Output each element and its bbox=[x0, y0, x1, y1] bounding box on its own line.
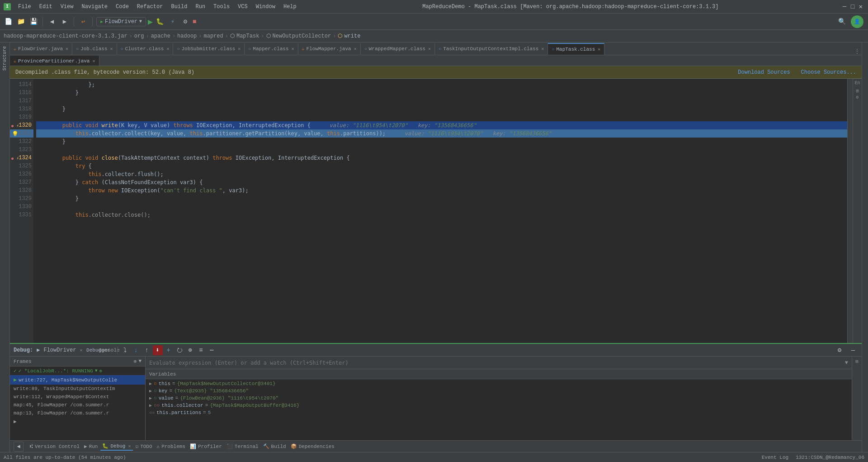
sub-tab-close[interactable]: ✕ bbox=[92, 58, 95, 64]
indent-icon[interactable]: ⊞ bbox=[856, 88, 859, 94]
var-key[interactable]: ▶ ○ key = {Text@2935} "13568436656" bbox=[146, 387, 852, 395]
choose-sources-link[interactable]: Choose Sources... bbox=[801, 69, 856, 76]
frame-item-1[interactable]: ▶ write:727, MapTask$NewOutputColle bbox=[10, 375, 145, 385]
minimize-button[interactable]: ─ bbox=[841, 3, 848, 10]
forward-button[interactable]: ▶ bbox=[59, 16, 70, 27]
tab-flowmapper[interactable]: ☕ FlowMapper.java ✕ bbox=[298, 43, 361, 55]
var-partitions[interactable]: ○○ this.partitions = 5 bbox=[146, 409, 852, 416]
more-debug-btn[interactable]: ⋯ bbox=[207, 345, 217, 355]
tab-job[interactable]: ○ Job.class ✕ bbox=[72, 43, 117, 55]
frame-item-2[interactable]: write:89, TaskInputOutputContextIm bbox=[10, 385, 145, 393]
tab-jobsubmitter[interactable]: ○ JobSubmitter.class ✕ bbox=[173, 43, 245, 55]
restore-breakpoints-btn[interactable]: ⭮ bbox=[175, 345, 184, 355]
open-button[interactable]: 📁 bbox=[15, 16, 26, 27]
frame-item-running[interactable]: ✓ ✓ *LocalJobR...*: RUNNING ▼ ⊕ bbox=[10, 367, 145, 375]
bc-maptask[interactable]: MapTask bbox=[236, 33, 259, 39]
frame-item-3[interactable]: write:112, WrappedMapper$Context bbox=[10, 393, 145, 401]
tab-close-wrappedmapper[interactable]: ✕ bbox=[428, 46, 431, 52]
menu-tools[interactable]: Tools bbox=[210, 3, 233, 11]
run-button[interactable]: ▶ bbox=[148, 17, 153, 27]
var-this[interactable]: ▶ ○ this = {MapTask$NewOutputCollector@3… bbox=[146, 380, 852, 387]
settings-debug-btn[interactable]: ≡ bbox=[196, 345, 206, 355]
eval-expand-icon[interactable]: ▼ bbox=[845, 360, 848, 366]
back-button[interactable]: ◀ bbox=[47, 16, 57, 27]
menu-refactor[interactable]: Refactor bbox=[133, 3, 167, 11]
frames-expand-icon[interactable]: ▼ bbox=[138, 358, 142, 364]
tab-version-control[interactable]: ⑆ Version Control bbox=[28, 443, 81, 450]
debug-close[interactable]: ✕ bbox=[80, 348, 82, 353]
download-sources-link[interactable]: Download Sources bbox=[738, 69, 790, 76]
tab-close-jobsubmitter[interactable]: ✕ bbox=[238, 46, 241, 52]
event-log[interactable]: Event Log bbox=[762, 455, 788, 460]
save-button[interactable]: 💾 bbox=[28, 16, 39, 27]
left-drawer-toggle[interactable]: ◀ bbox=[14, 442, 24, 452]
avatar[interactable]: 👤 bbox=[851, 15, 863, 28]
step-over-btn[interactable]: ⤵ bbox=[120, 345, 130, 355]
tab-maptask[interactable]: ○ MapTask.class ✕ bbox=[548, 43, 604, 55]
sub-tab-provincepartitioner[interactable]: ☕ ProvincePartitioner.java ✕ bbox=[10, 56, 99, 66]
var-value[interactable]: ▶ ○ value = {FlowBean@2936} "1116\t954\t… bbox=[146, 395, 852, 402]
mute-breakpoints-btn[interactable]: ⊗ bbox=[185, 345, 195, 355]
var-collector[interactable]: ▶ ○○ this.collector = {MapTask$MapOutput… bbox=[146, 402, 852, 409]
bc-write[interactable]: write bbox=[344, 33, 360, 39]
tab-dependencies[interactable]: 📦 Dependencies bbox=[289, 443, 336, 450]
tab-problems[interactable]: ⚠ Problems bbox=[155, 443, 187, 450]
close-button[interactable]: ✕ bbox=[857, 3, 864, 10]
tab-profiler[interactable]: 📊 Profiler bbox=[188, 443, 224, 450]
run-config-dropdown-icon[interactable]: ▼ bbox=[139, 19, 142, 24]
eval-input[interactable] bbox=[149, 360, 843, 366]
menu-edit[interactable]: Edit bbox=[36, 3, 56, 11]
profile-button[interactable]: ⚙ bbox=[180, 16, 191, 27]
tab-close-flowmapper[interactable]: ✕ bbox=[354, 46, 357, 52]
frame-item-5[interactable]: map:13, FlowMapper /com.summer.r bbox=[10, 409, 145, 417]
menu-view[interactable]: View bbox=[57, 3, 77, 11]
step-into-btn[interactable]: ↓ bbox=[131, 345, 141, 355]
tab-wrappedmapper[interactable]: ○ WrappedMapper.class ✕ bbox=[361, 43, 435, 55]
tab-build[interactable]: 🔨 Build bbox=[261, 443, 288, 450]
tab-mapper[interactable]: ○ Mapper.class ✕ bbox=[245, 43, 298, 55]
bc-mapred[interactable]: mapred bbox=[204, 33, 223, 39]
tab-run[interactable]: ▶ Run bbox=[82, 443, 99, 450]
menu-build[interactable]: Build bbox=[167, 3, 191, 11]
debug-bottom-close[interactable]: ✕ bbox=[128, 443, 131, 449]
tab-flowdriver[interactable]: ☕ FlowDriver.java ✕ bbox=[10, 43, 72, 55]
bc-jar[interactable]: hadoop-mapreduce-client-core-3.1.3.jar bbox=[4, 33, 127, 39]
menu-help[interactable]: Help bbox=[280, 3, 300, 11]
tab-debug-bottom[interactable]: 🐛 Debug ✕ bbox=[100, 442, 132, 451]
settings-icon[interactable]: ⚙ bbox=[856, 95, 859, 100]
tab-taskinputoutput[interactable]: ○ TaskInputOutputContextImpl.class ✕ bbox=[435, 43, 548, 55]
tab-overflow[interactable]: ⋮ bbox=[853, 48, 862, 55]
new-file-button[interactable]: 📄 bbox=[3, 16, 14, 27]
tab-close-cluster[interactable]: ✕ bbox=[166, 46, 169, 52]
tab-todo[interactable]: ☑ TODO bbox=[134, 443, 154, 450]
tab-close-mapper[interactable]: ✕ bbox=[292, 46, 294, 52]
step-out-btn[interactable]: ↑ bbox=[142, 345, 152, 355]
tab-cluster[interactable]: ○ Cluster.class ✕ bbox=[117, 43, 174, 55]
debug-run-button[interactable]: 🐛 bbox=[155, 16, 165, 27]
undo-button[interactable]: ↩ bbox=[78, 16, 89, 27]
menu-run[interactable]: Run bbox=[192, 3, 209, 11]
bc-hadoop[interactable]: hadoop bbox=[177, 33, 197, 39]
tab-close-flowdriver[interactable]: ✕ bbox=[66, 46, 68, 52]
menu-code[interactable]: Code bbox=[112, 3, 132, 11]
frame-item-4[interactable]: map:45, FlowMapper /com.summer.r bbox=[10, 401, 145, 409]
debug-minimize-btn[interactable]: — bbox=[848, 345, 858, 355]
menu-window[interactable]: Window bbox=[252, 3, 279, 11]
search-everywhere-button[interactable]: 🔍 bbox=[836, 16, 847, 27]
evaluate-expr-btn[interactable]: + bbox=[164, 345, 174, 355]
bc-apache[interactable]: apache bbox=[151, 33, 170, 39]
bc-newoutput[interactable]: NewOutputCollector bbox=[273, 33, 331, 39]
lang-icon[interactable]: En bbox=[854, 81, 860, 86]
editor-scrollbar[interactable] bbox=[847, 79, 853, 343]
console-tab-btn[interactable]: Console bbox=[104, 345, 114, 355]
run-to-cursor-btn[interactable]: ⬇ bbox=[153, 345, 163, 355]
project-icon[interactable]: Structure bbox=[2, 46, 7, 71]
run-config-selector[interactable]: ▶ FlowDriver ▼ bbox=[96, 17, 146, 26]
frame-more[interactable]: ▶ bbox=[10, 417, 145, 426]
debug-settings-btn[interactable]: ⚙ bbox=[835, 345, 844, 355]
menu-navigate[interactable]: Navigate bbox=[78, 3, 111, 11]
menu-file[interactable]: File bbox=[14, 3, 35, 11]
bc-org[interactable]: org bbox=[134, 33, 144, 39]
stop-button[interactable]: ■ bbox=[193, 18, 196, 25]
maximize-button[interactable]: □ bbox=[849, 3, 856, 10]
